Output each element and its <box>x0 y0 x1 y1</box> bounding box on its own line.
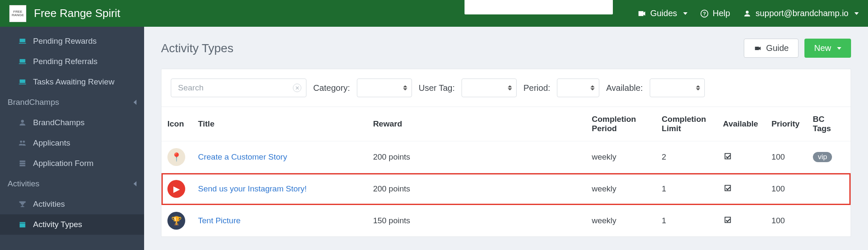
brand-logo[interactable]: FREERANGE <box>9 5 26 22</box>
video-icon <box>637 9 646 18</box>
account-email: support@brandchamp.io <box>756 8 849 18</box>
brand-title: Free Range Spirit <box>34 7 120 20</box>
help-link[interactable]: ? Help <box>700 8 730 18</box>
topbar: FREERANGE Free Range Spirit Guides ? Hel… <box>0 0 868 27</box>
help-icon: ? <box>700 9 709 18</box>
user-icon <box>743 9 751 18</box>
guides-menu[interactable]: Guides <box>637 8 687 18</box>
caret-down-icon <box>854 12 859 15</box>
topbar-blank-panel <box>465 0 613 14</box>
caret-down-icon <box>683 12 687 15</box>
account-menu[interactable]: support@brandchamp.io <box>743 8 859 18</box>
svg-text:?: ? <box>703 11 706 16</box>
guides-label: Guides <box>650 8 677 18</box>
help-label: Help <box>713 8 730 18</box>
